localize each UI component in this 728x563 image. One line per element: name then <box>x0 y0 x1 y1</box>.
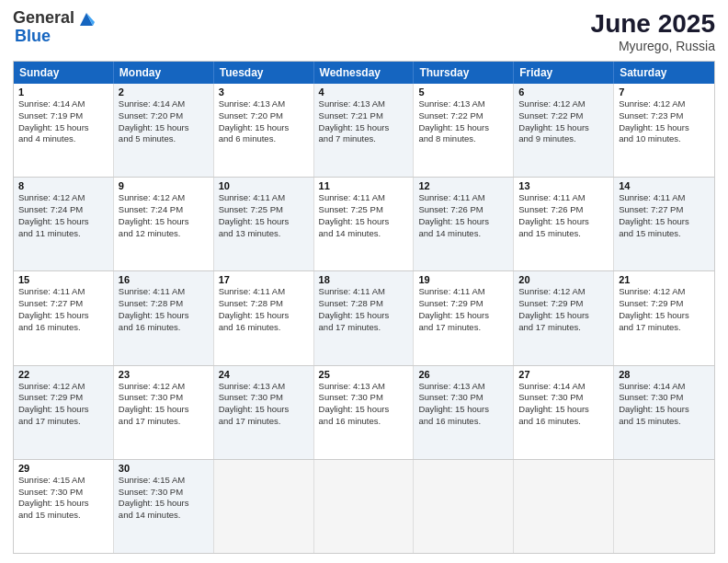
day-info: Sunrise: 4:12 AM Sunset: 7:30 PM Dayligh… <box>119 381 209 428</box>
day-number: 27 <box>518 369 609 380</box>
cal-header-day-sunday: Sunday <box>14 62 114 84</box>
cal-header-day-monday: Monday <box>114 62 214 84</box>
day-number: 22 <box>18 369 108 380</box>
cal-cell: 10Sunrise: 4:11 AM Sunset: 7:25 PM Dayli… <box>214 178 314 270</box>
title-location: Myurego, Russia <box>591 39 715 53</box>
cal-cell <box>614 460 714 553</box>
logo-icon <box>76 9 97 29</box>
day-number: 25 <box>319 369 409 380</box>
logo-general: General <box>13 9 74 28</box>
cal-header-day-wednesday: Wednesday <box>314 62 415 84</box>
day-info: Sunrise: 4:11 AM Sunset: 7:29 PM Dayligh… <box>418 286 508 333</box>
cal-cell: 6Sunrise: 4:12 AM Sunset: 7:22 PM Daylig… <box>514 84 614 177</box>
cal-cell: 7Sunrise: 4:12 AM Sunset: 7:23 PM Daylig… <box>614 84 714 177</box>
header: General Blue June 2025 Myurego, Russia <box>13 9 715 53</box>
cal-cell: 15Sunrise: 4:11 AM Sunset: 7:27 PM Dayli… <box>14 271 114 364</box>
calendar-body: 1Sunrise: 4:14 AM Sunset: 7:19 PM Daylig… <box>14 84 714 553</box>
day-number: 19 <box>418 274 508 285</box>
day-number: 20 <box>518 274 609 285</box>
day-number: 1 <box>18 86 108 98</box>
cal-week-1: 1Sunrise: 4:14 AM Sunset: 7:19 PM Daylig… <box>14 84 714 177</box>
cal-header-day-saturday: Saturday <box>614 62 714 84</box>
cal-cell: 29Sunrise: 4:15 AM Sunset: 7:30 PM Dayli… <box>14 460 114 553</box>
day-number: 18 <box>319 274 409 285</box>
cal-header-day-tuesday: Tuesday <box>214 62 314 84</box>
cal-header-day-thursday: Thursday <box>414 62 514 84</box>
calendar-header: SundayMondayTuesdayWednesdayThursdayFrid… <box>14 62 714 84</box>
day-number: 17 <box>219 274 309 285</box>
cal-week-4: 22Sunrise: 4:12 AM Sunset: 7:29 PM Dayli… <box>14 365 714 459</box>
logo: General Blue <box>13 9 97 46</box>
day-info: Sunrise: 4:12 AM Sunset: 7:23 PM Dayligh… <box>619 98 710 145</box>
day-info: Sunrise: 4:12 AM Sunset: 7:29 PM Dayligh… <box>18 381 108 428</box>
day-info: Sunrise: 4:13 AM Sunset: 7:21 PM Dayligh… <box>319 98 409 145</box>
day-number: 16 <box>119 274 209 285</box>
cal-cell: 28Sunrise: 4:14 AM Sunset: 7:30 PM Dayli… <box>614 366 714 459</box>
day-info: Sunrise: 4:11 AM Sunset: 7:28 PM Dayligh… <box>219 286 309 333</box>
cal-cell: 25Sunrise: 4:13 AM Sunset: 7:30 PM Dayli… <box>314 366 415 459</box>
day-number: 30 <box>119 463 209 474</box>
cal-cell: 11Sunrise: 4:11 AM Sunset: 7:25 PM Dayli… <box>314 178 415 270</box>
day-number: 15 <box>18 274 108 285</box>
day-info: Sunrise: 4:14 AM Sunset: 7:20 PM Dayligh… <box>119 98 209 145</box>
day-info: Sunrise: 4:15 AM Sunset: 7:30 PM Dayligh… <box>119 475 209 522</box>
cal-cell: 21Sunrise: 4:12 AM Sunset: 7:29 PM Dayli… <box>614 271 714 364</box>
day-info: Sunrise: 4:11 AM Sunset: 7:25 PM Dayligh… <box>219 192 309 239</box>
cal-cell: 1Sunrise: 4:14 AM Sunset: 7:19 PM Daylig… <box>14 84 114 177</box>
cal-cell: 17Sunrise: 4:11 AM Sunset: 7:28 PM Dayli… <box>214 271 314 364</box>
cal-cell: 9Sunrise: 4:12 AM Sunset: 7:24 PM Daylig… <box>114 178 214 270</box>
cal-cell: 27Sunrise: 4:14 AM Sunset: 7:30 PM Dayli… <box>514 366 614 459</box>
day-info: Sunrise: 4:13 AM Sunset: 7:30 PM Dayligh… <box>219 381 309 428</box>
cal-cell: 14Sunrise: 4:11 AM Sunset: 7:27 PM Dayli… <box>614 178 714 270</box>
day-info: Sunrise: 4:12 AM Sunset: 7:29 PM Dayligh… <box>619 286 710 333</box>
cal-cell: 12Sunrise: 4:11 AM Sunset: 7:26 PM Dayli… <box>414 178 514 270</box>
day-info: Sunrise: 4:11 AM Sunset: 7:26 PM Dayligh… <box>518 192 609 239</box>
day-info: Sunrise: 4:13 AM Sunset: 7:20 PM Dayligh… <box>219 98 309 145</box>
day-info: Sunrise: 4:11 AM Sunset: 7:25 PM Dayligh… <box>319 192 409 239</box>
day-info: Sunrise: 4:12 AM Sunset: 7:24 PM Dayligh… <box>18 192 108 239</box>
day-number: 4 <box>319 86 409 98</box>
cal-cell: 22Sunrise: 4:12 AM Sunset: 7:29 PM Dayli… <box>14 366 114 459</box>
day-info: Sunrise: 4:11 AM Sunset: 7:27 PM Dayligh… <box>619 192 710 239</box>
day-info: Sunrise: 4:14 AM Sunset: 7:19 PM Dayligh… <box>18 98 108 145</box>
day-number: 24 <box>219 369 309 380</box>
day-info: Sunrise: 4:13 AM Sunset: 7:30 PM Dayligh… <box>418 381 508 428</box>
day-number: 8 <box>18 180 108 191</box>
day-info: Sunrise: 4:11 AM Sunset: 7:28 PM Dayligh… <box>119 286 209 333</box>
cal-cell: 24Sunrise: 4:13 AM Sunset: 7:30 PM Dayli… <box>214 366 314 459</box>
day-info: Sunrise: 4:12 AM Sunset: 7:22 PM Dayligh… <box>518 98 609 145</box>
day-number: 14 <box>619 180 710 191</box>
cal-header-day-friday: Friday <box>514 62 614 84</box>
cal-cell: 8Sunrise: 4:12 AM Sunset: 7:24 PM Daylig… <box>14 178 114 270</box>
cal-cell: 16Sunrise: 4:11 AM Sunset: 7:28 PM Dayli… <box>114 271 214 364</box>
day-info: Sunrise: 4:11 AM Sunset: 7:28 PM Dayligh… <box>319 286 409 333</box>
day-number: 10 <box>219 180 309 191</box>
calendar: SundayMondayTuesdayWednesdayThursdayFrid… <box>13 61 715 554</box>
day-number: 11 <box>319 180 409 191</box>
cal-cell: 26Sunrise: 4:13 AM Sunset: 7:30 PM Dayli… <box>414 366 514 459</box>
day-number: 7 <box>619 86 710 98</box>
cal-cell: 18Sunrise: 4:11 AM Sunset: 7:28 PM Dayli… <box>314 271 415 364</box>
day-number: 29 <box>18 463 108 474</box>
day-number: 12 <box>418 180 508 191</box>
day-info: Sunrise: 4:14 AM Sunset: 7:30 PM Dayligh… <box>518 381 609 428</box>
cal-cell: 20Sunrise: 4:12 AM Sunset: 7:29 PM Dayli… <box>514 271 614 364</box>
day-number: 9 <box>119 180 209 191</box>
cal-cell: 19Sunrise: 4:11 AM Sunset: 7:29 PM Dayli… <box>414 271 514 364</box>
day-number: 13 <box>518 180 609 191</box>
cal-cell: 13Sunrise: 4:11 AM Sunset: 7:26 PM Dayli… <box>514 178 614 270</box>
cal-week-3: 15Sunrise: 4:11 AM Sunset: 7:27 PM Dayli… <box>14 270 714 364</box>
cal-cell: 23Sunrise: 4:12 AM Sunset: 7:30 PM Dayli… <box>114 366 214 459</box>
cal-week-2: 8Sunrise: 4:12 AM Sunset: 7:24 PM Daylig… <box>14 177 714 270</box>
day-number: 3 <box>219 86 309 98</box>
day-number: 6 <box>518 86 609 98</box>
cal-cell: 2Sunrise: 4:14 AM Sunset: 7:20 PM Daylig… <box>114 84 214 177</box>
day-info: Sunrise: 4:11 AM Sunset: 7:27 PM Dayligh… <box>18 286 108 333</box>
day-info: Sunrise: 4:13 AM Sunset: 7:22 PM Dayligh… <box>418 98 508 145</box>
cal-cell: 4Sunrise: 4:13 AM Sunset: 7:21 PM Daylig… <box>314 84 415 177</box>
day-number: 21 <box>619 274 710 285</box>
day-number: 5 <box>418 86 508 98</box>
title-block: June 2025 Myurego, Russia <box>591 9 715 53</box>
cal-cell <box>414 460 514 553</box>
title-month: June 2025 <box>591 9 715 39</box>
